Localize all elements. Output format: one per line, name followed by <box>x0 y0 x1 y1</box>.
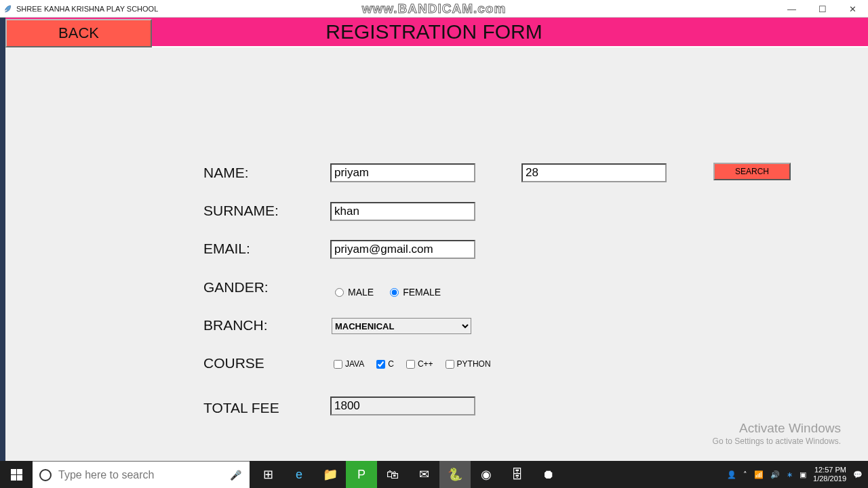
totalfee-label: TOTAL FEE <box>203 400 279 416</box>
pycharm-icon[interactable]: P <box>346 461 377 488</box>
activate-windows-watermark: Activate Windows Go to Settings to activ… <box>713 420 841 447</box>
explorer-icon[interactable]: 📁 <box>315 461 346 488</box>
page-title: REGISTRATION FORM <box>326 20 542 43</box>
wifi-icon[interactable]: 📶 <box>754 470 764 479</box>
cpp-checkbox[interactable]: C++ <box>406 359 433 369</box>
python-icon[interactable]: 🐍 <box>439 461 471 488</box>
mail-icon[interactable]: ✉ <box>408 461 439 488</box>
window-title: SHREE KANHA KRISHNA PLAY SCHOOL <box>16 5 158 13</box>
search-button[interactable]: SEARCH <box>713 163 791 180</box>
cortana-icon <box>39 469 52 481</box>
app-icon <box>3 4 12 14</box>
java-checkbox[interactable]: JAVA <box>334 359 364 369</box>
window-controls: — ☐ ✕ <box>776 0 868 18</box>
battery-icon[interactable]: ▣ <box>800 470 806 479</box>
bluetooth-icon[interactable]: ∗ <box>787 470 793 479</box>
course-label: COURSE <box>203 355 264 371</box>
close-button[interactable]: ✕ <box>837 0 868 18</box>
edge-icon[interactable]: e <box>283 461 315 488</box>
bandicam-icon[interactable]: ⏺ <box>533 461 564 488</box>
course-checkbox-group: JAVA C C++ PYTHON <box>334 359 491 369</box>
mic-icon: 🎤 <box>230 470 241 481</box>
taskbar-search[interactable]: Type here to search 🎤 <box>33 461 250 488</box>
branch-label: BRANCH: <box>203 317 268 333</box>
gender-radio-group: MALE FEMALE <box>335 287 441 298</box>
back-button[interactable]: BACK <box>5 19 152 47</box>
email-input[interactable] <box>330 240 475 259</box>
volume-icon[interactable]: 🔊 <box>770 470 780 479</box>
email-label: EMAIL: <box>203 241 250 257</box>
surname-input[interactable] <box>330 202 475 221</box>
form-area: NAME: SEARCH SURNAME: EMAIL: GANDER: MAL… <box>5 47 868 461</box>
name-input[interactable] <box>330 163 475 182</box>
male-radio[interactable]: MALE <box>335 287 374 298</box>
notifications-icon[interactable]: 💬 <box>853 470 863 479</box>
bandicam-watermark: www.BANDICAM.com <box>362 1 507 16</box>
name-label: NAME: <box>203 165 249 181</box>
taskbar-icons: ⊞ e 📁 P 🛍 ✉ 🐍 ◉ 🗄 ⏺ <box>252 461 564 488</box>
left-strip <box>0 18 5 461</box>
db-icon[interactable]: 🗄 <box>502 461 533 488</box>
clock[interactable]: 12:57 PM 1/28/2019 <box>813 466 846 483</box>
chrome-icon[interactable]: ◉ <box>471 461 502 488</box>
taskview-icon[interactable]: ⊞ <box>252 461 283 488</box>
minimize-button[interactable]: — <box>776 0 807 18</box>
python-checkbox[interactable]: PYTHON <box>446 359 491 369</box>
totalfee-input[interactable] <box>330 396 475 415</box>
maximize-button[interactable]: ☐ <box>807 0 837 18</box>
id-input[interactable] <box>521 163 667 182</box>
store-icon[interactable]: 🛍 <box>377 461 408 488</box>
branch-select[interactable]: MACHENICAL <box>332 318 471 334</box>
taskbar: Type here to search 🎤 ⊞ e 📁 P 🛍 ✉ 🐍 ◉ 🗄 … <box>0 461 868 488</box>
female-radio[interactable]: FEMALE <box>390 287 441 298</box>
gender-label: GANDER: <box>203 279 269 296</box>
people-icon[interactable]: 👤 <box>727 470 736 479</box>
system-tray: 👤 ˄ 📶 🔊 ∗ ▣ 12:57 PM 1/28/2019 💬 <box>722 461 868 488</box>
c-checkbox[interactable]: C <box>376 359 394 369</box>
tray-chevron-icon[interactable]: ˄ <box>743 470 747 479</box>
surname-label: SURNAME: <box>203 203 279 219</box>
start-button[interactable] <box>0 461 33 488</box>
